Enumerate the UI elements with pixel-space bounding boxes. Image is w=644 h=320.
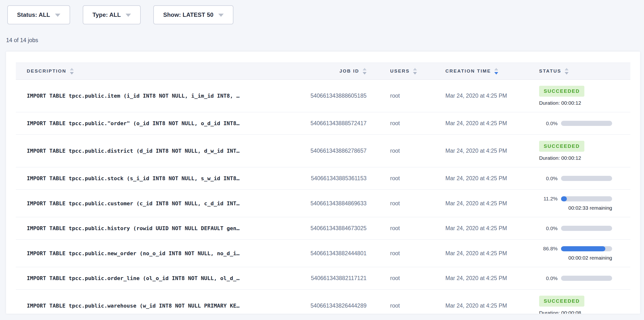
job-description: IMPORT TABLE tpcc.public.order_line (ol_… [16, 275, 288, 281]
sort-arrows-icon[interactable] [494, 68, 498, 75]
job-status-cell: 0.0% [539, 225, 630, 231]
table-row: IMPORT TABLE tpcc.public.customer (c_id … [16, 190, 630, 217]
job-description: IMPORT TABLE tpcc.public.warehouse (w_id… [16, 303, 288, 309]
show-filter-label: Show: LATEST 50 [163, 12, 214, 18]
column-header-users[interactable]: USERS [390, 68, 446, 75]
job-user: root [390, 250, 446, 257]
job-status-cell: 11.2% 00:02:33 remaining [539, 196, 630, 211]
show-filter-dropdown[interactable]: Show: LATEST 50 [153, 5, 234, 24]
status-progress-group: 0.0% [539, 275, 612, 281]
status-badge-group: SUCCEEDED Duration: 00:00:12 [539, 141, 612, 161]
jobs-count-summary: 14 of 14 jobs [6, 37, 644, 44]
column-header-creation-time[interactable]: CREATION TIME [446, 68, 539, 75]
job-description: IMPORT TABLE tpcc.public.customer (c_id … [16, 200, 288, 206]
status-progress-group: 0.0% [539, 121, 612, 126]
table-row: IMPORT TABLE tpcc.public."order" (o_id I… [16, 112, 630, 135]
job-status-cell: SUCCEEDED Duration: 00:00:12 [539, 141, 630, 161]
progress-bar [561, 121, 612, 126]
status-badge-group: SUCCEEDED Duration: 00:00:08 [539, 296, 612, 314]
job-creation-time: Mar 24, 2020 at 4:25 PM [446, 275, 539, 281]
sort-arrows-icon[interactable] [70, 68, 74, 75]
job-user: root [390, 120, 446, 127]
status-badge: SUCCEEDED [539, 86, 584, 97]
type-filter-dropdown[interactable]: Type: ALL [83, 5, 141, 24]
job-id: 540661343885361153 [288, 175, 390, 182]
job-creation-time: Mar 24, 2020 at 4:25 PM [446, 200, 539, 207]
job-creation-time: Mar 24, 2020 at 4:25 PM [446, 120, 539, 127]
table-row: IMPORT TABLE tpcc.public.stock (s_i_id I… [16, 167, 630, 190]
job-status-cell: SUCCEEDED Duration: 00:00:12 [539, 86, 630, 106]
table-body: IMPORT TABLE tpcc.public.item (i_id INT8… [16, 80, 630, 314]
status-filter-label: Status: ALL [17, 12, 50, 18]
table-row: IMPORT TABLE tpcc.public.order_line (ol_… [16, 267, 630, 289]
type-filter-label: Type: ALL [92, 12, 121, 18]
job-description: IMPORT TABLE tpcc.public.item (i_id INT8… [16, 93, 288, 99]
job-id: 540661343886278657 [288, 148, 390, 154]
job-status-cell: 0.0% [539, 176, 630, 181]
table-row: IMPORT TABLE tpcc.public.warehouse (w_id… [16, 289, 630, 314]
column-header-label: CREATION TIME [446, 69, 491, 74]
progress-bar [561, 176, 612, 181]
chevron-down-icon [55, 14, 60, 17]
job-id: 540661343888605185 [288, 93, 390, 99]
progress-bar-fill [561, 196, 567, 201]
column-header-job-id[interactable]: JOB ID [288, 68, 390, 75]
column-header-label: JOB ID [340, 69, 359, 74]
job-description: IMPORT TABLE tpcc.public.district (d_id … [16, 148, 288, 154]
job-creation-time: Mar 24, 2020 at 4:25 PM [446, 250, 539, 257]
job-creation-time: Mar 24, 2020 at 4:25 PM [446, 93, 539, 99]
job-id: 540661343884673025 [288, 225, 390, 232]
sort-arrows-icon[interactable] [363, 68, 366, 75]
job-status-cell: 86.8% 00:00:02 remaining [539, 246, 630, 261]
job-user: root [390, 148, 446, 154]
table-row: IMPORT TABLE tpcc.public.district (d_id … [16, 135, 630, 167]
job-id: 540661343882117121 [288, 275, 390, 281]
job-id: 540661343884869633 [288, 200, 390, 207]
progress-bar [561, 196, 612, 201]
job-creation-time: Mar 24, 2020 at 4:25 PM [446, 175, 539, 182]
jobs-table-header: DESCRIPTION JOB ID USERS CREATION TIME S… [16, 63, 630, 80]
status-duration: Duration: 00:00:08 [539, 310, 612, 314]
jobs-filter-bar: Status: ALL Type: ALL Show: LATEST 50 [0, 0, 644, 24]
table-row: IMPORT TABLE tpcc.public.new_order (no_o… [16, 240, 630, 267]
jobs-table-card: DESCRIPTION JOB ID USERS CREATION TIME S… [6, 52, 640, 314]
job-creation-time: Mar 24, 2020 at 4:25 PM [446, 302, 539, 309]
progress-percent: 0.0% [539, 275, 558, 281]
progress-percent: 11.2% [539, 196, 558, 202]
progress-percent: 86.8% [539, 246, 558, 251]
job-status-cell: SUCCEEDED Duration: 00:00:08 [539, 296, 630, 314]
job-user: root [390, 225, 446, 232]
sort-arrows-icon[interactable] [413, 68, 417, 75]
job-user: root [390, 93, 446, 99]
status-progress-group: 0.0% [539, 225, 612, 231]
job-description: IMPORT TABLE tpcc.public."order" (o_id I… [16, 120, 288, 126]
status-duration: Duration: 00:00:12 [539, 155, 612, 161]
column-header-label: USERS [390, 69, 410, 74]
job-user: root [390, 275, 446, 281]
job-status-cell: 0.0% [539, 275, 630, 281]
progress-percent: 0.0% [539, 176, 558, 181]
progress-bar [561, 246, 612, 251]
job-user: root [390, 175, 446, 182]
status-filter-dropdown[interactable]: Status: ALL [7, 5, 70, 24]
status-badge: SUCCEEDED [539, 296, 584, 306]
progress-bar-fill [561, 246, 605, 251]
job-description: IMPORT TABLE tpcc.public.new_order (no_o… [16, 250, 288, 256]
status-duration: Duration: 00:00:12 [539, 100, 612, 106]
progress-percent: 0.0% [539, 225, 558, 231]
column-header-status[interactable]: STATUS [539, 68, 630, 75]
status-progress-group: 86.8% 00:00:02 remaining [539, 246, 612, 261]
sort-arrows-icon[interactable] [565, 68, 568, 75]
job-id: 540661343882444801 [288, 250, 390, 257]
table-row: IMPORT TABLE tpcc.public.history (rowid … [16, 217, 630, 240]
job-status-cell: 0.0% [539, 121, 630, 126]
progress-remaining: 00:00:02 remaining [539, 255, 612, 261]
progress-percent: 0.0% [539, 121, 558, 126]
job-user: root [390, 302, 446, 309]
chevron-down-icon [126, 14, 131, 17]
status-progress-group: 11.2% 00:02:33 remaining [539, 196, 612, 211]
progress-remaining: 00:02:33 remaining [539, 205, 612, 211]
progress-bar [561, 276, 612, 281]
column-header-description[interactable]: DESCRIPTION [16, 68, 288, 75]
job-user: root [390, 200, 446, 207]
